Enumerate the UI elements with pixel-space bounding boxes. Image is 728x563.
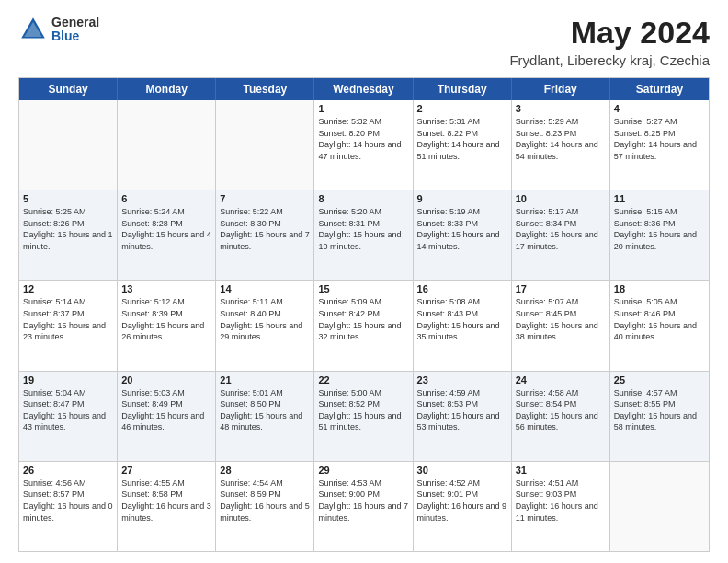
cell-info: Sunrise: 5:25 AM Sunset: 8:26 PM Dayligh… [23, 206, 113, 252]
cell-date: 11 [614, 193, 705, 204]
cell-info: Sunrise: 5:04 AM Sunset: 8:47 PM Dayligh… [23, 387, 113, 433]
calendar-cell-5-4: 29Sunrise: 4:53 AM Sunset: 9:00 PM Dayli… [314, 462, 413, 551]
calendar: SundayMondayTuesdayWednesdayThursdayFrid… [18, 77, 710, 552]
calendar-cell-5-2: 27Sunrise: 4:55 AM Sunset: 8:58 PM Dayli… [118, 462, 216, 551]
page: General Blue May 2024 Frydlant, Libereck… [0, 0, 728, 563]
calendar-cell-3-3: 14Sunrise: 5:11 AM Sunset: 8:40 PM Dayli… [216, 281, 314, 370]
calendar-cell-4-7: 25Sunrise: 4:57 AM Sunset: 8:55 PM Dayli… [610, 372, 709, 461]
calendar-cell-3-5: 16Sunrise: 5:08 AM Sunset: 8:43 PM Dayli… [414, 281, 512, 370]
cell-info: Sunrise: 5:08 AM Sunset: 8:43 PM Dayligh… [417, 296, 507, 342]
cell-info: Sunrise: 5:01 AM Sunset: 8:50 PM Dayligh… [220, 387, 310, 433]
cell-info: Sunrise: 5:09 AM Sunset: 8:42 PM Dayligh… [318, 296, 408, 342]
cell-date: 31 [516, 465, 606, 476]
cell-info: Sunrise: 5:31 AM Sunset: 8:22 PM Dayligh… [417, 116, 507, 162]
cell-date: 2 [417, 103, 507, 114]
cell-date: 16 [417, 283, 507, 294]
header-day-monday: Monday [118, 78, 216, 100]
cell-date: 6 [121, 193, 211, 204]
header-day-wednesday: Wednesday [314, 78, 413, 100]
cell-info: Sunrise: 5:24 AM Sunset: 8:28 PM Dayligh… [121, 206, 211, 252]
calendar-cell-3-4: 15Sunrise: 5:09 AM Sunset: 8:42 PM Dayli… [314, 281, 413, 370]
cell-date: 22 [318, 374, 408, 385]
calendar-row-4: 19Sunrise: 5:04 AM Sunset: 8:47 PM Dayli… [19, 372, 709, 462]
calendar-cell-4-5: 23Sunrise: 4:59 AM Sunset: 8:53 PM Dayli… [414, 372, 512, 461]
logo-icon [18, 15, 48, 44]
calendar-cell-5-6: 31Sunrise: 4:51 AM Sunset: 9:03 PM Dayli… [512, 462, 610, 551]
calendar-cell-2-2: 6Sunrise: 5:24 AM Sunset: 8:28 PM Daylig… [118, 190, 216, 280]
calendar-cell-2-7: 11Sunrise: 5:15 AM Sunset: 8:36 PM Dayli… [610, 190, 709, 280]
cell-date: 15 [318, 283, 408, 294]
calendar-cell-5-5: 30Sunrise: 4:52 AM Sunset: 9:01 PM Dayli… [414, 462, 512, 551]
cell-info: Sunrise: 4:58 AM Sunset: 8:54 PM Dayligh… [516, 387, 606, 433]
header-day-friday: Friday [512, 78, 610, 100]
cell-info: Sunrise: 5:32 AM Sunset: 8:20 PM Dayligh… [318, 116, 408, 162]
cell-date: 27 [121, 465, 211, 476]
cell-date: 17 [516, 283, 606, 294]
cell-date: 10 [516, 193, 606, 204]
cell-info: Sunrise: 5:29 AM Sunset: 8:23 PM Dayligh… [516, 116, 606, 162]
cell-date: 3 [516, 103, 606, 114]
cell-info: Sunrise: 5:22 AM Sunset: 8:30 PM Dayligh… [220, 206, 310, 252]
calendar-cell-1-4: 1Sunrise: 5:32 AM Sunset: 8:20 PM Daylig… [314, 100, 413, 190]
header-day-sunday: Sunday [19, 78, 118, 100]
cell-info: Sunrise: 5:07 AM Sunset: 8:45 PM Dayligh… [516, 296, 606, 342]
cell-info: Sunrise: 5:00 AM Sunset: 8:52 PM Dayligh… [318, 387, 408, 433]
header-day-saturday: Saturday [610, 78, 709, 100]
cell-date: 13 [121, 283, 211, 294]
header-day-thursday: Thursday [414, 78, 512, 100]
cell-date: 7 [220, 193, 310, 204]
cell-info: Sunrise: 5:05 AM Sunset: 8:46 PM Dayligh… [614, 296, 705, 342]
cell-date: 1 [318, 103, 408, 114]
cell-info: Sunrise: 4:54 AM Sunset: 8:59 PM Dayligh… [220, 477, 310, 523]
calendar-cell-2-5: 9Sunrise: 5:19 AM Sunset: 8:33 PM Daylig… [414, 190, 512, 280]
calendar-cell-3-7: 18Sunrise: 5:05 AM Sunset: 8:46 PM Dayli… [610, 281, 709, 370]
cell-date: 18 [614, 283, 705, 294]
cell-info: Sunrise: 4:57 AM Sunset: 8:55 PM Dayligh… [614, 387, 705, 433]
calendar-row-5: 26Sunrise: 4:56 AM Sunset: 8:57 PM Dayli… [19, 462, 709, 551]
cell-date: 20 [121, 374, 211, 385]
title-block: May 2024 Frydlant, Liberecky kraj, Czech… [509, 15, 710, 68]
calendar-cell-4-1: 19Sunrise: 5:04 AM Sunset: 8:47 PM Dayli… [19, 372, 118, 461]
calendar-header: SundayMondayTuesdayWednesdayThursdayFrid… [19, 78, 709, 100]
cell-date: 28 [220, 465, 310, 476]
calendar-cell-1-7: 4Sunrise: 5:27 AM Sunset: 8:25 PM Daylig… [610, 100, 709, 190]
logo-general-text: General [51, 16, 99, 29]
calendar-title: May 2024 [509, 15, 710, 51]
calendar-cell-2-3: 7Sunrise: 5:22 AM Sunset: 8:30 PM Daylig… [216, 190, 314, 280]
header-day-tuesday: Tuesday [216, 78, 314, 100]
calendar-subtitle: Frydlant, Liberecky kraj, Czechia [509, 52, 710, 68]
calendar-row-1: 1Sunrise: 5:32 AM Sunset: 8:20 PM Daylig… [19, 100, 709, 190]
calendar-cell-1-6: 3Sunrise: 5:29 AM Sunset: 8:23 PM Daylig… [512, 100, 610, 190]
calendar-cell-3-1: 12Sunrise: 5:14 AM Sunset: 8:37 PM Dayli… [19, 281, 118, 370]
cell-date: 24 [516, 374, 606, 385]
cell-date: 26 [23, 465, 113, 476]
cell-date: 23 [417, 374, 507, 385]
cell-date: 19 [23, 374, 113, 385]
cell-info: Sunrise: 4:56 AM Sunset: 8:57 PM Dayligh… [23, 477, 113, 523]
calendar-cell-4-4: 22Sunrise: 5:00 AM Sunset: 8:52 PM Dayli… [314, 372, 413, 461]
logo: General Blue [18, 15, 99, 44]
cell-info: Sunrise: 4:52 AM Sunset: 9:01 PM Dayligh… [417, 477, 507, 523]
cell-info: Sunrise: 5:19 AM Sunset: 8:33 PM Dayligh… [417, 206, 507, 252]
calendar-cell-1-3 [216, 100, 314, 190]
cell-info: Sunrise: 4:59 AM Sunset: 8:53 PM Dayligh… [417, 387, 507, 433]
calendar-row-3: 12Sunrise: 5:14 AM Sunset: 8:37 PM Dayli… [19, 281, 709, 371]
cell-date: 9 [417, 193, 507, 204]
cell-date: 5 [23, 193, 113, 204]
cell-info: Sunrise: 4:55 AM Sunset: 8:58 PM Dayligh… [121, 477, 211, 523]
calendar-cell-2-1: 5Sunrise: 5:25 AM Sunset: 8:26 PM Daylig… [19, 190, 118, 280]
cell-info: Sunrise: 5:27 AM Sunset: 8:25 PM Dayligh… [614, 116, 705, 162]
calendar-cell-4-2: 20Sunrise: 5:03 AM Sunset: 8:49 PM Dayli… [118, 372, 216, 461]
calendar-cell-3-2: 13Sunrise: 5:12 AM Sunset: 8:39 PM Dayli… [118, 281, 216, 370]
cell-date: 8 [318, 193, 408, 204]
calendar-cell-2-4: 8Sunrise: 5:20 AM Sunset: 8:31 PM Daylig… [314, 190, 413, 280]
cell-date: 25 [614, 374, 705, 385]
cell-date: 14 [220, 283, 310, 294]
cell-date: 21 [220, 374, 310, 385]
calendar-cell-1-2 [118, 100, 216, 190]
logo-blue-text: Blue [51, 29, 99, 43]
calendar-cell-5-1: 26Sunrise: 4:56 AM Sunset: 8:57 PM Dayli… [19, 462, 118, 551]
calendar-body: 1Sunrise: 5:32 AM Sunset: 8:20 PM Daylig… [19, 100, 709, 551]
calendar-cell-3-6: 17Sunrise: 5:07 AM Sunset: 8:45 PM Dayli… [512, 281, 610, 370]
calendar-cell-4-3: 21Sunrise: 5:01 AM Sunset: 8:50 PM Dayli… [216, 372, 314, 461]
